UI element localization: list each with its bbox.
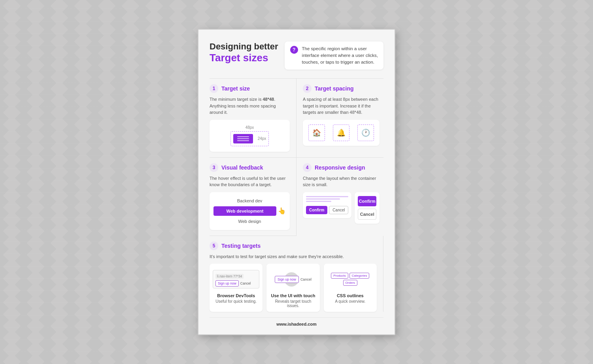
spacing-icon-home: 🏠 [308,124,325,141]
ts-line-2 [237,138,249,139]
testing-card-touch: Sign up now Cancel Use the UI with touch… [266,264,319,312]
card-2-title: Use the UI with touch [271,293,315,298]
section-target-size: 1 Target size The minimum target size is… [210,79,296,158]
rd-confirm-small[interactable]: Confirm [306,206,327,214]
section-2-title: Target spacing [315,85,354,92]
section-1-title: Target size [221,85,250,92]
touch-cancel-text: Cancel [300,277,312,281]
outline-tag-products: Products [331,273,348,279]
section-target-spacing: 2 Target spacing A spacing of at least 8… [296,79,383,158]
devtools-cancel-text: Cancel [240,281,251,285]
rd-line-2 [306,198,340,200]
poster-title-block: Designing better Target sizes [210,41,278,64]
ts-outer-box: 24px [230,131,269,146]
rd-demo: Confirm Cancel Confirm Cancel [303,192,380,224]
vf-demo: Backend dev Web development 👆 Web design [210,192,290,230]
touch-mock: Sign up now Cancel [275,276,312,283]
poster-definition: ? The specific region within a user inte… [285,41,383,70]
section-3-title: Visual feedback [221,164,263,171]
poster-title-top: Designing better [210,41,278,52]
section-4-header: 4 Responsive design [303,163,380,172]
section-1-num: 1 [210,84,218,93]
testing-cards: li.nav-item 77*34 Sign up now Cancel Bro… [210,264,377,312]
section-2-header: 2 Target spacing [303,84,380,93]
rd-line-1 [306,196,348,197]
rd-confirm-large[interactable]: Confirm [358,196,376,206]
outline-tag-orders: Orders [343,280,357,286]
devtools-img: li.nav-item 77*34 Sign up now Cancel [213,268,259,290]
poster-footer: www.ishadeed.com [210,317,383,326]
poster-title-bottom: Target sizes [210,52,278,64]
footer-url: www.ishadeed.com [276,322,317,326]
card-3-title: CSS outlines [337,293,364,298]
ts-line-3 [237,140,249,141]
spacing-demo: 🏠 🔔 🕐 [303,120,380,146]
card-2-desc: Reveals target touch issues. [270,299,316,308]
rd-buttons-small: Confirm Cancel [306,206,348,214]
ts-row: 24px [233,134,266,143]
outline-tag-categories: Categories [349,273,370,279]
vf-active-row: Web development 👆 [213,206,286,216]
section-visual-feedback: 3 Visual feedback The hover effect is us… [210,158,296,236]
touch-signup-btn[interactable]: Sign up now [275,276,299,283]
testing-card-devtools: li.nav-item 77*34 Sign up now Cancel Bro… [210,264,263,312]
section-4-title: Responsive design [315,164,365,171]
testing-card-outlines: Products Categories Orders CSS outlines … [324,264,377,312]
section-2-desc: A spacing of at least 8px between each t… [303,96,380,116]
touch-img: Sign up now Cancel [270,268,316,290]
section-5-header: 5 Testing targets [210,241,377,250]
outlines-mock: Products Categories Orders [327,273,374,286]
spacing-icon-clock: 🕐 [357,124,374,141]
ts-lines [237,136,249,141]
rd-cancel-small[interactable]: Cancel [329,206,348,214]
rd-lines [306,196,348,202]
devtools-btns: Sign up now Cancel [215,280,257,287]
section-4-desc: Change the layout when the container siz… [303,175,380,188]
section-3-num: 3 [210,163,218,172]
section-5-title: Testing targets [221,243,261,249]
devtools-tag: li.nav-item 77*34 [215,274,244,279]
poster-header: Designing better Target sizes ? The spec… [210,41,383,70]
section-responsive-design: 4 Responsive design Change the layout wh… [296,158,383,236]
sections-grid: 1 Target size The minimum target size is… [210,79,383,312]
spacing-icon-bell: 🔔 [333,124,349,141]
devtools-mock: li.nav-item 77*34 Sign up now Cancel [213,270,259,289]
rd-cancel-large[interactable]: Cancel [358,209,376,220]
section-3-header: 3 Visual feedback [210,163,290,172]
rd-box-small: Confirm Cancel [303,192,351,218]
vf-item-webdesign: Web design [213,217,286,226]
section-4-num: 4 [303,163,312,172]
outlines-img: Products Categories Orders [327,268,374,290]
section-1-desc: The minimum target size is 48*48. Anythi… [210,96,290,116]
devtools-signup-btn[interactable]: Sign up now [215,280,239,287]
section-5-num: 5 [210,241,218,250]
section-5-desc: It's important to test for target sizes … [210,253,377,260]
vf-item-webdev: Web development [213,206,276,216]
poster: Designing better Target sizes ? The spec… [198,29,395,336]
cursor-icon: 👆 [278,207,286,215]
ts-inner-box [233,134,253,143]
card-1-desc: Useful for quick testing. [215,299,257,304]
definition-text: The specific region within a user interf… [302,45,378,66]
definition-badge: ? [290,46,298,54]
rd-line-3 [306,201,331,202]
section-3-desc: The hover effect is useful to let the us… [210,175,290,188]
card-1-title: Browser DevTools [217,293,255,298]
label-24px: 24px [258,136,266,141]
section-2-num: 2 [303,84,312,93]
target-size-demo: 48px 24px [210,120,290,152]
vf-item-backend: Backend dev [213,196,286,206]
section-1-header: 1 Target size [210,84,290,93]
ts-line-1 [237,136,249,137]
card-3-desc: A quick overview. [335,299,365,304]
rd-box-large: Confirm Cancel [355,192,380,224]
label-48px: 48px [246,125,254,130]
section-testing-targets: 5 Testing targets It's important to test… [210,236,383,312]
